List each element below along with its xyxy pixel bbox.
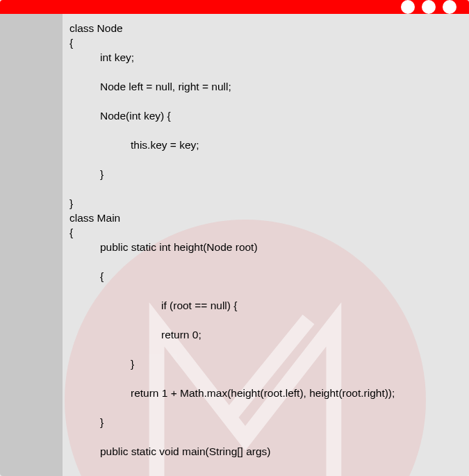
code-line: public static int height(Node root) xyxy=(69,240,462,254)
code-line: } xyxy=(69,356,462,371)
code-line: class Main xyxy=(69,212,120,224)
code-line: return 1 + Math.max(height(root.left), h… xyxy=(69,386,462,400)
code-line: Node left = null, right = null; xyxy=(69,79,462,94)
code-line: { xyxy=(69,269,462,284)
code-line: int key; xyxy=(69,50,462,65)
editor-body: class Node { int key; Node left = null, … xyxy=(0,14,469,476)
code-editor[interactable]: class Node { int key; Node left = null, … xyxy=(63,14,469,476)
code-line: } xyxy=(69,197,73,209)
titlebar xyxy=(0,0,469,14)
code-content[interactable]: class Node { int key; Node left = null, … xyxy=(69,21,462,476)
window-control-max-icon[interactable] xyxy=(422,0,436,14)
code-line: { xyxy=(69,473,462,476)
code-line: } xyxy=(69,167,462,181)
code-line: return 0; xyxy=(69,327,462,342)
code-line: if (root == null) { xyxy=(69,298,462,313)
code-line: { xyxy=(69,37,73,49)
code-window: class Node { int key; Node left = null, … xyxy=(0,0,469,476)
window-control-min-icon[interactable] xyxy=(401,0,415,14)
window-control-close-icon[interactable] xyxy=(443,0,456,14)
code-line: public static void main(String[] args) xyxy=(69,444,462,459)
code-line: Node(int key) { xyxy=(69,108,462,123)
code-line: class Node xyxy=(69,22,123,34)
code-line: { xyxy=(69,227,73,238)
line-gutter xyxy=(0,14,63,476)
code-line: } xyxy=(69,415,462,429)
code-line: this.key = key; xyxy=(69,138,462,152)
